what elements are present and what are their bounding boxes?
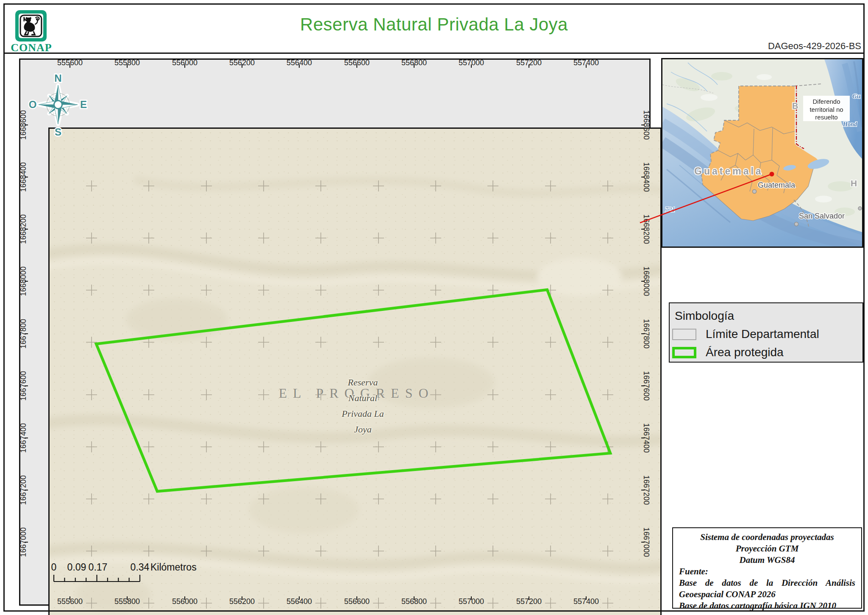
grid-tick [586,596,587,600]
legend-title: Simbología [675,309,734,323]
city-dot-san-salvador [795,222,798,226]
grid-tick [641,385,645,386]
grid-tick [299,64,300,68]
city-label-guatemala: Guatemala [758,181,796,189]
reserve-name-label: Reserva Natural Privada La Joya [342,374,384,437]
grid-tick [529,596,529,600]
coordinate-system-info-box: Sistema de coordenadas proyectadas Proye… [672,527,862,609]
grid-tick [586,64,587,68]
grid-tick [127,64,128,68]
scalebar-009: 0.09 [67,562,86,573]
grid-tick [641,281,645,282]
source-label: Fuente: [679,566,855,577]
grid-tick [641,542,645,543]
grid-tick [471,64,472,68]
grid-tick [641,125,645,125]
grid-tick [25,281,28,282]
grid-tick [641,333,645,334]
scalebar-034: 0.34 [131,562,150,573]
compass-s: S [55,126,61,138]
main-map-canvas: EL PROGRESO Reserva Natural Privada La J… [48,127,662,615]
belize-label-fragment: B [792,101,798,111]
scalebar-017: 0.17 [89,562,108,573]
grid-tick [127,596,128,600]
svg-text:resuelto: resuelto [815,114,837,121]
crs-line: Sistema de coordenadas proyectadas [679,532,855,543]
grid-tick [242,596,242,600]
grid-tick [641,177,645,177]
grid-tick [242,64,242,68]
datum-line: Datum WGS84 [679,554,855,566]
grid-tick [25,177,28,177]
compass-n: N [54,72,61,84]
grid-tick [25,542,28,543]
map-frame-collar: EL PROGRESO Reserva Natural Privada La J… [19,58,651,606]
city-label-san-salvador: San Salvador [799,212,845,220]
city-dot-edge [858,207,862,210]
territorial-note: Diferendo territorial no resuelto [803,96,850,121]
road-label-721: 721 [665,206,675,213]
city-dot-guatemala [753,190,757,194]
grid-tick [184,596,185,600]
grid-tick [70,64,70,68]
scalebar-unit: Kilómetros [150,562,197,573]
grid-tick [641,438,645,438]
map-terrain-and-boundary-layer [50,129,662,615]
inset-map-graphic: B Guatemala H o Guatemala San Salvador G… [662,59,862,247]
legend-item-departmental: Límite Departamental [672,327,819,341]
document-code: DAGeos-429-2026-BS [768,41,861,52]
sea-label-fragment-1: Gu [852,93,860,100]
grid-tick [356,64,357,68]
svg-text:territorial no: territorial no [810,106,843,113]
grid-tick [25,385,28,386]
country-locator-inset: B Guatemala H o Guatemala San Salvador G… [661,58,863,248]
country-label-guatemala: Guatemala [694,166,763,177]
departmental-limit-swatch [672,329,696,340]
grid-tick [414,64,415,68]
grid-tick [356,596,357,600]
grid-tick [414,596,415,600]
scalebar-0: 0 [51,562,57,573]
sea-label-fragment-2: Hond [843,121,857,127]
grid-tick [25,229,28,230]
grid-tick [299,596,300,600]
grid-tick [529,64,529,68]
compass-rose-icon: N E S O [26,71,90,138]
grid-tick [641,229,645,230]
map-document-page: CONAP Reserva Natural Privada La Joya DA… [0,0,868,615]
grid-tick [641,490,645,490]
compass-o: O [29,99,37,110]
source-item-1: Base de datos de la Dirección Análisis G… [679,577,855,600]
legend-item-protected: Área protegida [672,346,784,359]
protected-area-swatch [672,347,696,358]
grid-tick [25,333,28,334]
projection-line: Proyección GTM [679,543,855,554]
grid-tick [70,596,70,600]
grid-tick [471,596,472,600]
grid-tick [25,490,28,490]
grid-tick [184,64,185,68]
grid-tick [25,438,28,438]
legend-box: Simbología Límite Departamental Área pro… [669,302,863,363]
source-item-2: Base de datos cartografía básica IGN 201… [679,600,855,612]
svg-text:Diferendo: Diferendo [812,98,840,105]
compass-e: E [80,99,87,110]
page-title: Reserva Natural Privada La Joya [0,14,868,35]
country-label-honduras-fragment: H o [851,178,862,188]
header-separator [3,53,865,54]
